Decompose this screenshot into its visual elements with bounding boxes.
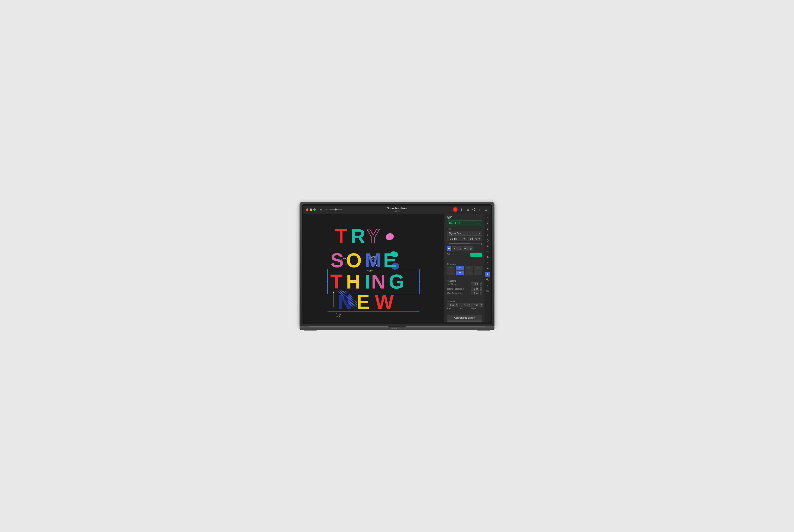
after-paragraph-value[interactable]: 0 px [470,291,479,295]
convert-shape-button[interactable]: Convert into Shape [447,315,482,321]
canvas-area[interactable]: T R Y SO [303,214,444,322]
after-paragraph-stepper[interactable]: ▲ ▼ [480,291,482,295]
camera [396,204,398,205]
align-middle-button[interactable]: ⊢ [456,270,464,275]
bold-button[interactable]: B [447,246,451,251]
eraser-tool[interactable]: ◈ [485,244,490,248]
right-indent-value[interactable]: 1 px [471,303,480,307]
tools-sidebar: ↖ ✦ ★ ⊞ ⬡ ◈ ✏ ⬟ ◻ ☀ T 🔍 ⊡ [484,214,491,322]
line-height-value[interactable]: 1.0 [470,282,479,286]
laptop-container: ⊞ − Something New Edited [299,202,495,330]
svg-text:I: I [365,270,370,293]
indents-label: Indents [448,300,456,303]
stepper-down-3[interactable]: ▼ [480,293,482,295]
first-stepper-up[interactable]: ▲ [456,303,458,305]
font-style-arrow: ▼ [463,238,465,240]
search-tool[interactable]: 🔍 [485,278,490,282]
underline-button[interactable]: U [458,246,462,251]
svg-text:THING: THING [367,270,373,272]
color-indicator[interactable] [453,207,458,212]
first-indent-stepper[interactable]: ▲ ▼ [456,303,458,307]
font-name-selector[interactable]: Sigmar One ▼ [447,231,482,236]
macbook-label: MacBook Pro [389,327,405,330]
align-fill-button[interactable] [474,270,482,275]
left-indent-stepper[interactable]: ▲ ▼ [468,303,470,307]
line-height-stepper[interactable]: ▲ ▼ [480,282,482,286]
zoom-slider[interactable] [329,209,343,210]
close-button[interactable] [306,208,309,211]
left-indent-value[interactable]: 0 px [459,303,467,307]
window-title-area: Something New Edited [387,207,407,212]
text-tool[interactable]: T [485,272,490,277]
convert-pixels-button[interactable]: Convert into Pixels [447,321,482,322]
first-indent-label: First [447,307,458,310]
svg-text:T: T [330,270,343,293]
align-top-button[interactable]: ⊤ [447,270,455,275]
font-style-row: Regular ▼ 242 px ▼ [447,236,482,241]
svg-text:O: O [346,249,362,271]
crop-tool[interactable]: ⊡ [485,283,490,288]
align-center-button[interactable]: ≡ [456,266,464,270]
preset-dropdown[interactable]: CUSTOM ▼ [447,220,482,226]
stepper-down-2[interactable]: ▼ [480,289,482,291]
maximize-button[interactable] [313,208,316,211]
right-indent-item: 1 px ▲ ▼ Right [471,303,483,310]
grid-tool[interactable]: ⊞ [485,232,490,237]
brush-tool[interactable]: ✦ [485,221,490,226]
stepper-up[interactable]: ▲ [480,282,482,284]
text-style-row: B I U S ◎ [447,246,482,251]
spacing-arrow-icon: ▾ [447,280,447,282]
cursor-tool[interactable]: ↖ [485,215,490,220]
sun-tool[interactable]: ☀ [485,266,490,271]
left-stepper-up[interactable]: ▲ [468,303,470,305]
font-selector-arrow: ▼ [478,232,480,235]
align-left-button[interactable]: ≡ [447,266,455,270]
align-right-button[interactable]: ≡ [465,266,474,270]
stepper-up-3[interactable]: ▲ [480,291,482,293]
first-indent-value[interactable]: 0 px [447,303,455,307]
layout-icon[interactable]: ⊞ [319,208,323,211]
align-horizontal-row: ≡ ≡ ≡ ≡ [447,266,482,270]
indent-values-row: 0 px ▲ ▼ First [447,303,482,310]
stepper-down[interactable]: ▼ [480,284,482,286]
share-icon[interactable] [472,207,476,212]
traffic-lights [306,208,316,211]
strikethrough-button[interactable]: S [463,246,467,251]
fill-tool[interactable]: ⬟ [485,255,490,260]
before-paragraph-stepper[interactable]: ▲ ▼ [480,287,482,291]
screen: ⊞ − Something New Edited [303,206,491,322]
right-stepper-down[interactable]: ▼ [480,305,483,307]
before-paragraph-value[interactable]: 0 px [470,287,479,291]
font-size-value: 242 px [470,238,477,240]
right-stepper-up[interactable]: ▲ [480,303,483,305]
indents-section-title[interactable]: ▾ Indents [444,300,484,303]
left-stepper-down[interactable]: ▼ [468,305,470,307]
more-styles-button[interactable]: ◎ [468,246,474,251]
svg-line-4 [473,210,475,211]
pencil-tool[interactable]: ✏ [485,249,490,254]
color-swatch[interactable] [470,252,482,257]
align-justify-button[interactable]: ≡ [474,266,482,270]
size-slider[interactable] [449,244,480,244]
align-bottom-button[interactable]: ⊥ [465,270,474,275]
shape-tool[interactable]: ◻ [485,261,490,265]
info-icon[interactable]: ℹ [459,207,464,212]
font-size-selector[interactable]: 242 px ▼ [468,236,482,241]
dropdown-arrow-icon: ▼ [478,222,480,225]
export-icon[interactable]: ⊟ [465,207,470,212]
right-indent-stepper[interactable]: ▲ ▼ [480,303,483,307]
minimize-button[interactable] [310,208,312,211]
upload-icon[interactable]: ↑ [478,207,482,212]
italic-button[interactable]: I [452,246,457,251]
stepper-up-2[interactable]: ▲ [480,287,482,289]
alignment-section-title: Alignment [444,262,484,266]
info-tool[interactable]: ⓘ [485,289,490,293]
paint-tool[interactable]: ⬡ [485,238,490,243]
nav-back[interactable]: − [325,208,328,211]
first-stepper-down[interactable]: ▼ [456,305,458,307]
font-style-selector[interactable]: Regular ▼ [447,236,467,241]
star-tool[interactable]: ★ [485,227,490,232]
panel-icon[interactable]: ⊡ [484,207,488,212]
spacing-section-title[interactable]: ▾ Spacing [444,279,484,282]
svg-text:E: E [356,291,370,313]
